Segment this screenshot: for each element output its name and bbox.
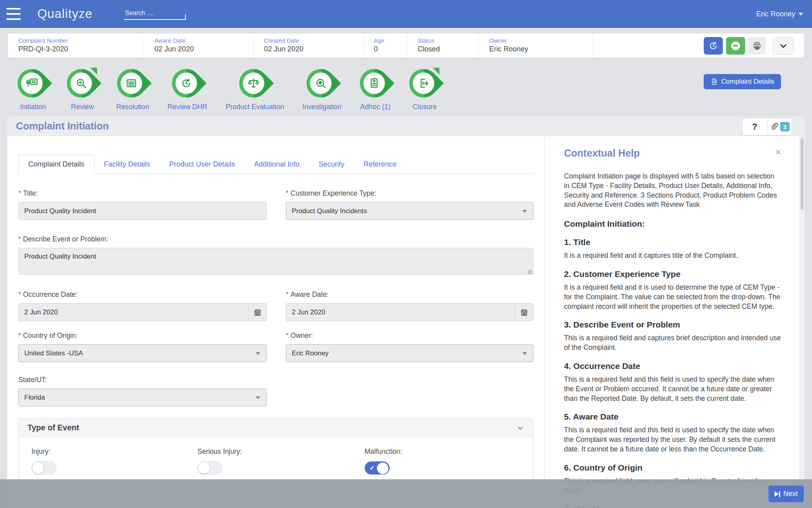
tab-additional-info[interactable]: Additional Info <box>244 155 309 174</box>
workflow-step-review-dhr[interactable]: Review DHR <box>168 68 207 111</box>
aware-date-picker-button[interactable] <box>515 303 533 321</box>
info-age: Age 0 <box>363 33 407 58</box>
malfunction-toggle[interactable]: ✓ <box>365 461 390 475</box>
workflow-step-adhoc[interactable]: Adhoc (1) <box>360 68 391 111</box>
title-label: *Title: <box>18 189 267 198</box>
tab-complaint-details[interactable]: Complaint Details <box>18 155 94 174</box>
menu-icon[interactable] <box>6 8 21 20</box>
info-status: Status Closed <box>407 33 479 58</box>
attachment-count-badge: 3 <box>780 122 790 131</box>
user-menu[interactable]: Eric Rooney <box>756 10 803 18</box>
chevron-down-icon <box>779 41 788 50</box>
attachments-button[interactable]: 3 <box>767 118 792 135</box>
step-complete-badge <box>433 68 439 75</box>
review-icon <box>75 77 88 90</box>
user-name: Eric Rooney <box>756 10 795 18</box>
owner-select[interactable]: Eric Rooney <box>286 344 533 362</box>
status-badge: Closed <box>418 45 474 53</box>
workflow-step-review[interactable]: Review <box>67 68 98 111</box>
printer-icon <box>752 41 762 51</box>
product-evaluation-icon <box>247 77 260 90</box>
chevron-down-icon <box>516 424 524 432</box>
chevron-down-icon <box>798 13 803 16</box>
describe-label: *Describe Event or Problem: <box>18 235 533 243</box>
footer-action-bar: Next <box>0 479 812 508</box>
help-section-body: This is a required field and captures br… <box>564 333 781 353</box>
malfunction-label: Malfunction: <box>365 447 402 456</box>
history-button[interactable] <box>704 37 723 55</box>
injury-label: Injury: <box>31 447 197 456</box>
info-complaint-number: Complaint Number PRD-QI-3-2020 <box>8 33 144 58</box>
state-select[interactable]: Florida <box>18 388 267 406</box>
calendar-icon <box>254 308 262 316</box>
scrollbar[interactable] <box>799 136 805 508</box>
tab-product-user-details[interactable]: Product User Details <box>160 155 244 174</box>
help-section-body: It is a required field and it captures t… <box>564 251 781 261</box>
state-label: State/UT: <box>18 376 267 384</box>
chevron-down-icon <box>522 210 527 213</box>
describe-field[interactable]: Product Quality Incident <box>18 248 533 275</box>
workflow-step-investigation[interactable]: Investigation <box>303 68 342 111</box>
page-title: Complaint Initiation <box>16 120 109 132</box>
next-button[interactable]: Next <box>768 485 804 502</box>
help-title: Contextual Help <box>564 147 640 159</box>
calendar-icon <box>520 308 528 316</box>
adhoc-icon <box>368 77 381 90</box>
document-icon <box>710 78 718 85</box>
country-select[interactable]: United States -USA <box>18 344 267 362</box>
chevron-down-icon <box>256 352 260 355</box>
search-input[interactable] <box>124 8 186 19</box>
record-info-bar: Complaint Number PRD-QI-3-2020 Aware Dat… <box>8 33 804 58</box>
serious-injury-label: Serious Injury: <box>197 447 365 456</box>
occurrence-date-field[interactable] <box>18 303 248 321</box>
injury-toggle[interactable]: ✓ <box>31 461 57 475</box>
aware-date-field[interactable] <box>286 303 515 321</box>
help-button[interactable]: ? <box>742 118 767 135</box>
owner-label: *Owner: <box>286 331 533 340</box>
initiation-icon <box>25 77 38 90</box>
review-dhr-icon <box>180 77 193 90</box>
country-label: *Country of Origin: <box>18 331 267 340</box>
tab-facility-details[interactable]: Facility Details <box>94 155 160 174</box>
title-field[interactable] <box>18 202 267 220</box>
help-section-title: 1. Title <box>564 237 781 247</box>
help-section-body: This is a required field and this field … <box>564 375 781 403</box>
contextual-help-panel: Contextual Help × Complaint Initiation p… <box>545 136 805 508</box>
step-complete-badge <box>90 68 97 75</box>
workflow-step-initiation[interactable]: Initiation <box>18 68 49 111</box>
workflow-step-resolution[interactable]: Resolution <box>116 68 149 111</box>
resolution-icon <box>125 77 138 90</box>
workflow-step-product-evaluation[interactable]: Product Evaluation <box>226 68 284 111</box>
complaint-details-button[interactable]: Complaint Details <box>704 74 781 89</box>
workflow-step-closure[interactable]: Closure <box>409 68 440 111</box>
question-icon: ? <box>752 122 757 132</box>
chevron-down-icon <box>256 396 260 399</box>
page-section-header: Complaint Initiation ? 3 <box>7 116 805 136</box>
complaint-form: Complaint Details Facility Details Produ… <box>7 136 545 508</box>
help-section-body: It is a required field and it is used to… <box>564 283 781 311</box>
paperclip-icon <box>769 122 778 131</box>
serious-injury-toggle[interactable]: ✓ <box>197 461 223 475</box>
info-created-date: Created Date 02 Jun 2020 <box>254 33 363 58</box>
tab-security[interactable]: Security <box>309 155 354 174</box>
step-forward-icon <box>775 491 780 497</box>
tab-reference[interactable]: Reference <box>354 155 406 174</box>
close-icon[interactable]: × <box>775 147 781 157</box>
type-of-event-section: Type of Event Injury: ✓ Serious Injury: <box>18 418 533 488</box>
expand-button[interactable] <box>773 37 794 55</box>
help-section-title: 5. Aware Date <box>564 412 781 422</box>
scrollbar-thumb[interactable] <box>800 138 804 210</box>
help-group-heading: Complaint Initiation: <box>564 219 781 229</box>
type-of-event-header[interactable]: Type of Event <box>19 419 533 437</box>
help-section-title: 2. Customer Experience Type <box>564 269 781 279</box>
info-aware-date: Aware Date 02 Jun 2020 <box>144 33 254 58</box>
section-actions: ? 3 <box>742 118 792 135</box>
help-section-body: This is a required field and this field … <box>564 426 781 454</box>
cet-select[interactable]: Product Quality Incidents <box>286 202 533 220</box>
occurrence-date-picker-button[interactable] <box>248 303 267 321</box>
help-section-title: 3. Describe Event or Problem <box>564 320 781 330</box>
print-button[interactable] <box>748 37 766 55</box>
minus-circle-icon <box>731 41 740 50</box>
void-button[interactable] <box>726 37 745 55</box>
help-section-title: 6. Country of Origin <box>564 463 781 473</box>
